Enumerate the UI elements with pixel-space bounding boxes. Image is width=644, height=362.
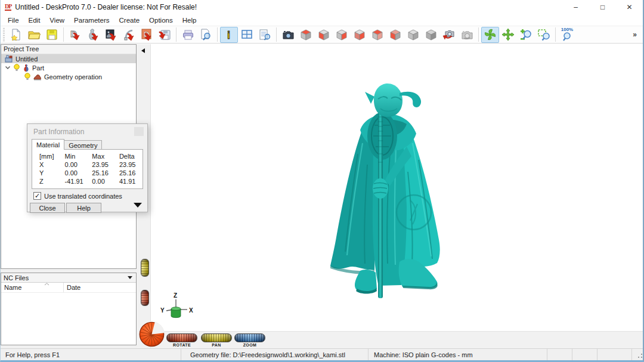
print-preview-button[interactable] <box>197 27 215 43</box>
view-iso-cube-icon <box>371 28 384 41</box>
tree-item-geometry-operation[interactable]: Geometry operation <box>1 72 136 81</box>
view-bottom-button[interactable] <box>351 27 369 43</box>
zoom-in-out-icon <box>519 28 532 41</box>
svg-text:i: i <box>227 29 230 41</box>
zoom-100-icon <box>562 32 572 42</box>
import-bitmap-icon <box>104 28 117 41</box>
menu-help[interactable]: Help <box>178 16 202 25</box>
reset-view-button[interactable] <box>440 27 458 43</box>
rotate-dial-label: ROTATE <box>173 343 191 347</box>
menu-edit[interactable]: Edit <box>24 16 45 25</box>
status-pane-2 <box>572 349 597 360</box>
geometry-operation-icon <box>33 73 42 81</box>
print-preview-icon <box>199 28 212 41</box>
tree-item-part[interactable]: Part <box>1 63 136 72</box>
menu-file[interactable]: File <box>3 16 24 25</box>
view-iso-button[interactable] <box>369 27 386 43</box>
nc-column-name[interactable]: Name <box>1 283 64 292</box>
use-translated-coordinates-checkbox[interactable]: ✓ <box>33 192 41 200</box>
tab-material[interactable]: Material <box>32 139 64 150</box>
vertical-yellow-dial[interactable] <box>141 259 149 277</box>
part-information-button[interactable]: i <box>220 27 238 43</box>
rotate-view-button[interactable] <box>481 27 499 43</box>
axis-x-label: X <box>189 307 193 314</box>
export-nc-icon <box>158 28 171 41</box>
nc-column-date[interactable]: Date <box>64 283 80 292</box>
import-deskproto-button[interactable]: D <box>138 27 156 43</box>
zoom-in-out-button[interactable] <box>517 27 535 43</box>
col-header-unit: [mm] <box>39 152 65 160</box>
import-geometry-icon <box>86 28 100 41</box>
window-title: Untitled - DeskProto 7.0 - Dealer licens… <box>15 3 197 11</box>
nc-report-icon <box>258 28 271 41</box>
material-tab-panel: [mm] Min Max Delta X0.00 23.9523.95 Y0.0… <box>32 149 143 189</box>
vertical-red-dial[interactable] <box>141 290 149 306</box>
maximize-button[interactable]: □ <box>589 0 616 14</box>
import-geometry-button[interactable] <box>84 27 102 43</box>
view-cube-shaded-button[interactable] <box>422 27 440 43</box>
resize-grip[interactable] <box>636 351 643 358</box>
collapse-panel-icon[interactable] <box>141 48 145 53</box>
import-cad-button[interactable]: D <box>66 27 84 43</box>
status-geometry-file: Geometry file: D:\Freedesignwold\1.worki… <box>181 349 369 360</box>
rotate-view-icon <box>484 28 497 41</box>
zoom-window-button[interactable] <box>535 27 553 43</box>
rotate-dial[interactable] <box>166 333 197 342</box>
nc-files-list[interactable] <box>1 293 136 345</box>
toolbar-grip[interactable] <box>2 28 6 41</box>
status-machine: Machine: ISO plain G-codes - mm <box>369 349 547 360</box>
new-file-icon <box>10 28 23 41</box>
project-tree-header: Project Tree <box>1 45 136 54</box>
view-left-button[interactable] <box>386 27 404 43</box>
table-row-z: Z-41.91 0.0041.91 <box>39 177 143 185</box>
rotate-wheel-dial[interactable] <box>138 321 165 348</box>
menu-options[interactable]: Options <box>144 16 178 25</box>
model-kami-statue[interactable] <box>323 81 449 301</box>
minimize-button[interactable]: – <box>562 0 589 14</box>
camera-disabled-button[interactable] <box>458 27 476 43</box>
pan-view-button[interactable] <box>499 27 517 43</box>
zoom-100-label: 100% <box>561 27 573 32</box>
print-icon <box>181 28 194 41</box>
view-bottom-cube-icon <box>353 28 366 41</box>
dialog-system-button[interactable] <box>134 127 144 136</box>
split-viewports-button[interactable] <box>238 27 256 43</box>
zoom-dial[interactable] <box>234 333 265 342</box>
viewport-3d[interactable]: Z Y X ROTATE PAN ZOOM <box>151 44 644 349</box>
tab-geometry[interactable]: Geometry <box>64 140 102 150</box>
open-file-button[interactable] <box>25 27 43 43</box>
tree-item-untitled[interactable]: Untitled <box>1 54 136 63</box>
toolbar: D D <box>1 26 643 44</box>
help-button[interactable]: Help <box>66 203 101 213</box>
menu-parameters[interactable]: Parameters <box>69 16 114 25</box>
nc-files-title: NC Files <box>4 274 29 281</box>
nc-files-dropdown-icon[interactable] <box>128 276 132 279</box>
menu-create[interactable]: Create <box>114 16 145 25</box>
print-button[interactable] <box>179 27 197 43</box>
view-cube-gray-button[interactable] <box>404 27 422 43</box>
chevron-expanded-icon[interactable] <box>5 65 11 70</box>
view-front-button[interactable] <box>315 27 333 43</box>
toolbar-overflow-button[interactable]: » <box>630 29 639 40</box>
save-file-button[interactable] <box>43 27 61 43</box>
zoom-100-button[interactable]: 100% <box>558 27 576 43</box>
visibility-bulb-icon[interactable] <box>24 73 31 81</box>
status-pane-1 <box>547 349 572 360</box>
visibility-bulb-icon[interactable] <box>13 64 20 72</box>
export-nc-button[interactable] <box>156 27 174 43</box>
dialog-expand-icon[interactable] <box>134 203 142 208</box>
import-vector-button[interactable] <box>120 27 138 43</box>
view-top-button[interactable] <box>297 27 315 43</box>
pan-dial[interactable] <box>201 333 232 342</box>
menu-view[interactable]: View <box>45 16 69 25</box>
new-file-button[interactable] <box>7 27 25 43</box>
photo-view-button[interactable] <box>279 27 297 43</box>
import-bitmap-button[interactable] <box>102 27 120 43</box>
close-button[interactable]: ✕ <box>616 0 643 14</box>
nc-report-button[interactable] <box>256 27 274 43</box>
nc-files-header[interactable]: NC Files <box>1 273 136 283</box>
close-button[interactable]: Close <box>30 203 65 213</box>
view-right-button[interactable] <box>333 27 351 43</box>
zoom-dial-label: ZOOM <box>243 343 257 347</box>
axis-indicator: Z Y X <box>159 292 196 323</box>
